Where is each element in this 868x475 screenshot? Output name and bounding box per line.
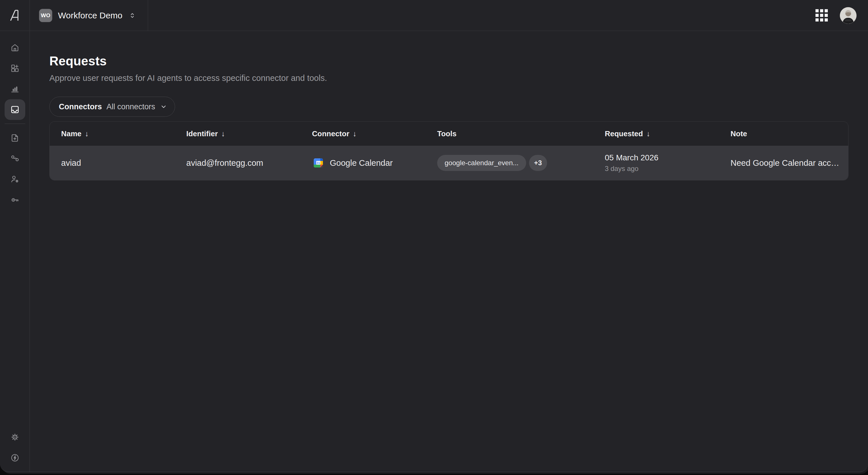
zap-circle-icon [10, 453, 20, 463]
sidebar-divider [5, 124, 25, 124]
column-header-tools: Tools [426, 122, 593, 146]
sidebar-item-quick-actions[interactable] [5, 447, 25, 468]
cell-connector: 31 Google Calendar [301, 146, 426, 180]
sort-desc-icon: ↓ [221, 129, 225, 138]
apps-grid-icon[interactable] [815, 9, 828, 22]
column-header-connector[interactable]: Connector ↓ [301, 122, 426, 146]
inbox-icon [10, 105, 20, 114]
filter-selected-value: All connectors [106, 102, 155, 111]
column-header-identifier[interactable]: Identifier ↓ [175, 122, 301, 146]
requested-date: 05 March 2026 [605, 153, 658, 162]
sidebar-item-integrations[interactable] [5, 148, 25, 169]
note-text: Need Google Calendar access … [731, 158, 848, 168]
svg-text:31: 31 [317, 161, 320, 165]
connector-name: Google Calendar [330, 158, 393, 168]
topbar-logo-cell [0, 0, 30, 31]
page-subtitle: Approve user requests for AI agents to a… [50, 73, 848, 83]
apps-plus-icon [10, 63, 20, 73]
file-plus-icon [10, 133, 20, 143]
app-window: WO Workforce Demo [0, 0, 868, 472]
table-row[interactable]: aviad aviad@frontegg.com [50, 146, 848, 180]
table-header-row: Name ↓ Identifier ↓ Connector ↓ Tools Re… [50, 122, 848, 146]
column-header-requested[interactable]: Requested ↓ [593, 122, 719, 146]
gear-icon [10, 432, 20, 442]
sidebar-item-analytics[interactable] [5, 78, 25, 99]
main-content: Requests Approve user requests for AI ag… [30, 31, 868, 472]
connectors-filter-dropdown[interactable]: Connectors All connectors [50, 97, 175, 117]
workspace-badge: WO [39, 9, 52, 22]
sidebar-item-user-management[interactable] [5, 169, 25, 190]
workspace-selector[interactable]: WO Workforce Demo [30, 0, 148, 31]
page-title: Requests [50, 54, 848, 68]
cell-name: aviad [50, 146, 175, 180]
google-calendar-icon: 31 [312, 157, 324, 169]
user-avatar[interactable] [840, 7, 857, 24]
cell-tools: google-calendar_even... +3 [426, 146, 593, 180]
topbar-actions [815, 7, 868, 24]
requested-relative-time: 3 days ago [605, 165, 639, 173]
sidebar-item-apps[interactable] [5, 58, 25, 78]
home-icon [10, 43, 20, 53]
sidebar-item-settings[interactable] [5, 427, 25, 447]
sort-desc-icon: ↓ [353, 129, 356, 138]
sidebar-bottom-group [5, 427, 25, 468]
integrations-icon [10, 154, 20, 164]
cell-identifier: aviad@frontegg.com [175, 146, 301, 180]
sidebar-item-documents[interactable] [5, 128, 25, 148]
cell-note: Need Google Calendar access … [719, 146, 848, 180]
sidebar [0, 31, 30, 472]
topbar: WO Workforce Demo [30, 0, 868, 31]
filter-label: Connectors [59, 102, 102, 111]
chevron-down-icon [160, 103, 167, 110]
sidebar-item-api-keys[interactable] [5, 190, 25, 210]
tool-chip[interactable]: google-calendar_even... [437, 155, 526, 171]
user-settings-icon [10, 174, 20, 184]
chevron-up-down-icon [128, 11, 136, 20]
workspace-name: Workforce Demo [58, 11, 123, 20]
key-icon [10, 195, 20, 205]
tools-more-badge[interactable]: +3 [529, 155, 547, 171]
column-header-name[interactable]: Name ↓ [50, 122, 175, 146]
requests-table: Name ↓ Identifier ↓ Connector ↓ Tools Re… [50, 121, 848, 180]
stylized-a-logo-icon [8, 9, 22, 22]
sort-desc-icon: ↓ [85, 129, 89, 138]
brand-logo[interactable] [8, 9, 22, 22]
sort-desc-icon: ↓ [646, 129, 650, 138]
cell-requested: 05 March 2026 3 days ago [593, 146, 719, 180]
column-header-note: Note [719, 122, 848, 146]
sidebar-item-home[interactable] [5, 37, 25, 58]
analytics-bars-icon [10, 84, 20, 94]
sidebar-item-requests-inbox[interactable] [5, 99, 25, 120]
